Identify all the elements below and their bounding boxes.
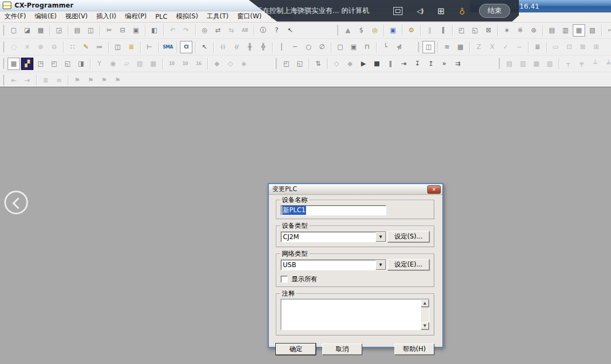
indent-rung-icon[interactable]: ⇥ — [21, 74, 33, 87]
mark-1-icon[interactable]: ⚑ — [71, 74, 84, 87]
monitor-decimal-icon[interactable]: 10 — [165, 58, 178, 70]
toolbar-grip[interactable] — [2, 75, 4, 86]
network-rack-4-icon[interactable]: ▧ — [544, 58, 556, 70]
transfer-online-icon[interactable]: ⚙ — [405, 24, 418, 37]
end-session-button[interactable]: 结束 — [479, 4, 510, 18]
pin-icon[interactable]: ♀ — [459, 8, 465, 15]
paste-icon[interactable]: ▣ — [130, 24, 142, 37]
io-rack-2-icon[interactable]: ▥ — [559, 24, 572, 37]
mark-2-icon[interactable]: ⚑ — [85, 74, 97, 87]
cross-reference-icon[interactable]: Y — [93, 58, 106, 70]
sim-stop-icon[interactable]: ■ — [371, 58, 383, 70]
coil-icon[interactable]: ○ — [302, 41, 315, 53]
network-rack-1-icon[interactable]: ▤ — [503, 58, 516, 70]
zoom-out-icon[interactable]: ⊖ — [48, 41, 60, 53]
upload-from-plc-icon[interactable]: ◱ — [469, 24, 481, 37]
find-icon[interactable]: ◎ — [198, 24, 211, 37]
toolbar-grip[interactable] — [2, 58, 4, 69]
scroll-up-icon[interactable]: ▲ — [421, 299, 429, 307]
block-list-icon[interactable]: ≣ — [39, 74, 52, 87]
dialog-close-icon[interactable]: ✕ — [427, 185, 441, 194]
instruction-icon[interactable]: ▢ — [334, 41, 346, 53]
sma-library-icon[interactable]: SMA — [162, 41, 174, 53]
watch-sheet-4-icon[interactable]: ⊞ — [590, 41, 602, 53]
mark-3-icon[interactable]: ⚑ — [98, 74, 110, 87]
compare-with-plc-icon[interactable]: ⊠ — [482, 24, 495, 37]
transfer-step-icon[interactable]: ⇅ — [312, 58, 324, 70]
back-button[interactable] — [4, 191, 28, 214]
pl-monitor-icon[interactable]: ◫ — [422, 41, 435, 53]
dialog-titlebar[interactable]: 变更PLC ✕ — [269, 184, 442, 195]
replace-icon[interactable]: ⇄ — [212, 24, 224, 37]
data-stack-icon[interactable]: ≋ — [441, 41, 453, 53]
scroll-down-icon[interactable]: ▼ — [421, 322, 429, 330]
watch-sheet-3-icon[interactable]: ⊠ — [577, 41, 589, 53]
work-online-simulator-icon[interactable]: ▲ — [342, 24, 354, 37]
sim-step-out-icon[interactable]: ↥ — [425, 58, 437, 70]
watch-sheet-1-icon[interactable]: ▭ — [550, 41, 562, 53]
monitor-trace-icon[interactable]: ※ — [514, 24, 526, 37]
network-rack-2-icon[interactable]: ▥ — [517, 58, 529, 70]
local-report-icon[interactable]: ▤ — [134, 58, 146, 70]
load-simulation-icon[interactable]: ◱ — [294, 58, 306, 70]
set-value-x-icon[interactable]: X — [486, 41, 498, 53]
menu-plc[interactable]: PLC — [151, 12, 171, 22]
monitor-hex-icon[interactable]: 16 — [192, 58, 205, 70]
force-on-icon[interactable]: ◆ — [211, 58, 223, 70]
force-cancel-icon[interactable]: ◈ — [238, 58, 250, 70]
contact-or-nc-icon[interactable]: ╬ — [257, 41, 269, 53]
data-calendar-icon[interactable]: ▦ — [454, 41, 467, 53]
set-value-check-icon[interactable]: ✓ — [499, 41, 512, 53]
fullscreen-icon[interactable] — [393, 7, 402, 15]
force-off-icon[interactable]: ◇ — [224, 58, 237, 70]
save-icon[interactable]: ▦ — [34, 24, 47, 37]
toolbar-grip[interactable] — [275, 58, 277, 69]
line-delete-icon[interactable]: ⋪ — [393, 41, 405, 53]
sim-pause-icon[interactable]: ∥ — [384, 58, 397, 70]
comment-textarea[interactable]: ▲ ▼ — [281, 299, 429, 330]
outdent-rung-icon[interactable]: ⇤ — [8, 74, 20, 87]
function-block-icon[interactable]: ⊓ — [361, 41, 373, 53]
io-rack-4-icon[interactable]: ▧ — [586, 24, 599, 37]
cut-icon[interactable]: ✂ — [103, 24, 115, 37]
network-rack-3-icon[interactable]: ▦ — [530, 58, 543, 70]
toolbar-grip[interactable] — [498, 58, 500, 69]
device-name-input[interactable]: 新PLC1 — [281, 205, 386, 215]
coil-closed-icon[interactable]: ∅ — [316, 41, 328, 53]
pan-icon[interactable]: ◌ — [8, 41, 20, 53]
download-to-plc-icon[interactable]: ◰ — [455, 24, 468, 37]
find-next-icon[interactable]: ⇆ — [225, 24, 238, 37]
menu-tools[interactable]: 工具(T) — [203, 11, 233, 22]
sim-run-icon[interactable]: ▶ — [357, 58, 370, 70]
device-type-select[interactable]: CJ2M ▼ — [281, 232, 386, 242]
sim-hand-2-icon[interactable]: ◆ — [344, 58, 356, 70]
sim-step-in-icon[interactable]: ↧ — [411, 58, 423, 70]
clipboard-icon[interactable]: ◧ — [148, 24, 161, 37]
mark-4-icon[interactable]: ⚑ — [112, 74, 124, 87]
menu-simulation[interactable]: 模拟(S) — [172, 11, 203, 22]
network-type-select[interactable]: USB ▼ — [281, 260, 386, 270]
menu-insert[interactable]: 插入(I) — [92, 11, 121, 22]
io-rack-1-icon[interactable]: ▤ — [546, 24, 558, 37]
about-icon[interactable]: ⓘ — [257, 24, 269, 37]
plc-settings-icon[interactable]: ▞ — [21, 58, 33, 70]
cancel-button[interactable]: 取消 — [322, 344, 362, 355]
compile-program-check-icon[interactable]: ◲ — [53, 24, 65, 37]
find-online-icon[interactable]: ◎ — [369, 24, 381, 37]
properties-icon[interactable]: ◨ — [75, 58, 87, 70]
ci-view-icon[interactable]: CI — [180, 41, 192, 53]
network-branch-3-icon[interactable]: ┴ — [589, 58, 601, 70]
usage-report-icon[interactable]: ▦ — [147, 58, 159, 70]
comment-scrollbar[interactable]: ▲ ▼ — [421, 299, 429, 330]
io-table-icon[interactable]: ▦ — [8, 58, 20, 70]
network-type-dropdown-icon[interactable]: ▼ — [376, 260, 386, 270]
line-connect-icon[interactable]: └ — [379, 41, 392, 53]
show-all-checkbox[interactable] — [281, 276, 288, 283]
ok-button[interactable]: 确定 — [276, 344, 316, 355]
speaker-icon[interactable]: ◁) — [417, 7, 423, 15]
toolbar-grip[interactable] — [2, 41, 4, 52]
device-type-settings-button[interactable]: 设定(S)... — [387, 231, 429, 242]
io-memory-icon[interactable]: ◱ — [61, 58, 74, 70]
pause-icon[interactable]: ‖ — [437, 24, 449, 37]
set-value-minus-icon[interactable]: − — [513, 41, 525, 53]
